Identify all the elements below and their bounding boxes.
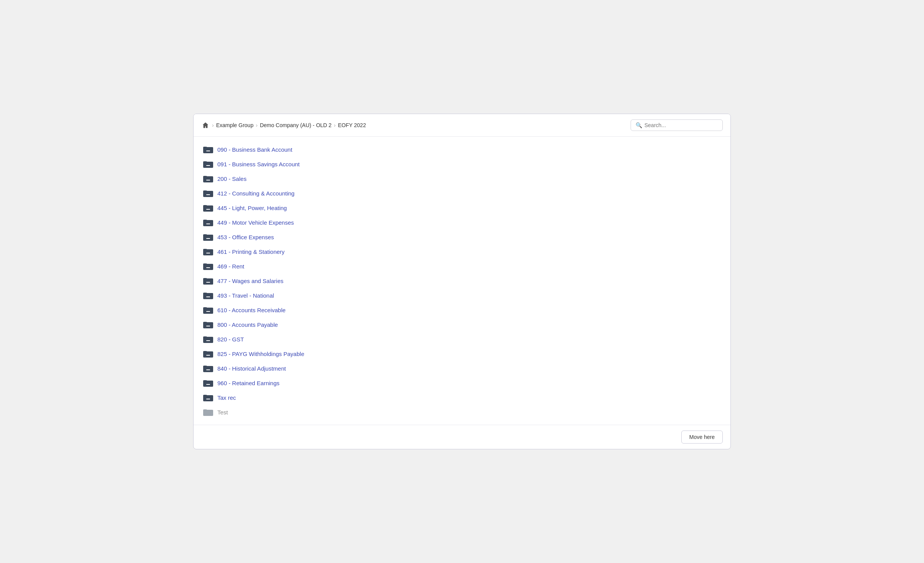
list-item[interactable]: 453 - Office Expenses bbox=[201, 230, 723, 244]
list-item[interactable]: 449 - Motor Vehicle Expenses bbox=[201, 215, 723, 230]
header: › Example Group › Demo Company (AU) - OL… bbox=[194, 114, 730, 137]
item-label: 610 - Accounts Receivable bbox=[217, 307, 286, 313]
list-item[interactable]: 200 - Sales bbox=[201, 171, 723, 186]
footer: Move here bbox=[194, 425, 730, 449]
search-icon: 🔍 bbox=[636, 122, 642, 128]
folder-dark-icon bbox=[203, 379, 214, 387]
list-item[interactable]: 840 - Historical Adjustment bbox=[201, 361, 723, 376]
breadcrumb-example-group[interactable]: Example Group bbox=[216, 122, 253, 128]
home-icon[interactable] bbox=[201, 121, 210, 129]
modal-container: › Example Group › Demo Company (AU) - OL… bbox=[193, 114, 731, 449]
move-here-button[interactable]: Move here bbox=[681, 431, 723, 444]
list-item[interactable]: 445 - Light, Power, Heating bbox=[201, 200, 723, 215]
breadcrumb-sep-3: › bbox=[334, 122, 336, 128]
folder-dark-icon bbox=[203, 393, 214, 402]
item-label: 412 - Consulting & Accounting bbox=[217, 190, 295, 197]
folder-dark-icon bbox=[203, 335, 214, 343]
list-item[interactable]: 800 - Accounts Payable bbox=[201, 317, 723, 332]
item-label: 445 - Light, Power, Heating bbox=[217, 205, 287, 211]
breadcrumb-sep-1: › bbox=[212, 122, 214, 128]
folder-dark-icon bbox=[203, 349, 214, 358]
list-item[interactable]: 091 - Business Savings Account bbox=[201, 157, 723, 171]
list-item[interactable]: 090 - Business Bank Account bbox=[201, 142, 723, 157]
folder-gray-icon bbox=[203, 408, 214, 416]
list-item[interactable]: Tax rec bbox=[201, 390, 723, 405]
item-label: 449 - Motor Vehicle Expenses bbox=[217, 219, 294, 226]
folder-dark-icon bbox=[203, 277, 214, 285]
item-label: 090 - Business Bank Account bbox=[217, 146, 292, 153]
item-label: 200 - Sales bbox=[217, 176, 247, 182]
item-label: 825 - PAYG Withholdings Payable bbox=[217, 351, 304, 357]
breadcrumb: › Example Group › Demo Company (AU) - OL… bbox=[201, 121, 366, 129]
item-label: Test bbox=[217, 409, 228, 416]
list-item[interactable]: 461 - Printing & Stationery bbox=[201, 244, 723, 259]
folder-dark-icon bbox=[203, 364, 214, 373]
item-label: 453 - Office Expenses bbox=[217, 234, 274, 240]
item-label: 091 - Business Savings Account bbox=[217, 161, 300, 167]
list-item[interactable]: 469 - Rent bbox=[201, 259, 723, 273]
item-label: 840 - Historical Adjustment bbox=[217, 365, 286, 372]
folder-dark-icon bbox=[203, 233, 214, 241]
item-label: Tax rec bbox=[217, 394, 236, 401]
item-label: 493 - Travel - National bbox=[217, 292, 274, 299]
search-container: 🔍 bbox=[631, 119, 723, 131]
list-item[interactable]: 477 - Wages and Salaries bbox=[201, 273, 723, 288]
list-item[interactable]: 820 - GST bbox=[201, 332, 723, 346]
folder-dark-icon bbox=[203, 145, 214, 154]
folder-dark-icon bbox=[203, 291, 214, 300]
folder-dark-icon bbox=[203, 262, 214, 270]
folder-dark-icon bbox=[203, 174, 214, 183]
item-label: 477 - Wages and Salaries bbox=[217, 278, 283, 284]
breadcrumb-eofy[interactable]: EOFY 2022 bbox=[338, 122, 366, 128]
item-label: 469 - Rent bbox=[217, 263, 244, 270]
item-label: 800 - Accounts Payable bbox=[217, 321, 278, 328]
item-label: 820 - GST bbox=[217, 336, 244, 343]
folder-dark-icon bbox=[203, 218, 214, 227]
list-item[interactable]: 825 - PAYG Withholdings Payable bbox=[201, 346, 723, 361]
content-area: 090 - Business Bank Account091 - Busines… bbox=[194, 137, 730, 425]
list-item[interactable]: 960 - Retained Earnings bbox=[201, 376, 723, 390]
folder-dark-icon bbox=[203, 320, 214, 329]
item-label: 461 - Printing & Stationery bbox=[217, 248, 285, 255]
folder-dark-icon bbox=[203, 306, 214, 314]
list-item[interactable]: 493 - Travel - National bbox=[201, 288, 723, 303]
breadcrumb-demo-company[interactable]: Demo Company (AU) - OLD 2 bbox=[260, 122, 332, 128]
list-item[interactable]: Test bbox=[201, 405, 723, 419]
list-item[interactable]: 412 - Consulting & Accounting bbox=[201, 186, 723, 200]
search-input[interactable] bbox=[644, 122, 718, 128]
folder-dark-icon bbox=[203, 204, 214, 212]
breadcrumb-sep-2: › bbox=[256, 122, 258, 128]
folder-dark-icon bbox=[203, 247, 214, 256]
item-label: 960 - Retained Earnings bbox=[217, 380, 280, 386]
folder-dark-icon bbox=[203, 189, 214, 197]
list-item[interactable]: 610 - Accounts Receivable bbox=[201, 303, 723, 317]
folder-dark-icon bbox=[203, 160, 214, 168]
